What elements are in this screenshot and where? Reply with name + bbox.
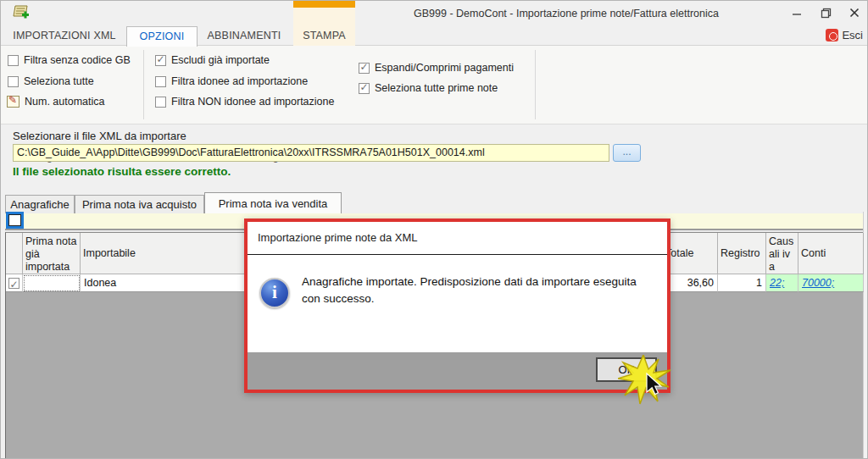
option-num-automatica[interactable]: Num. automatica (7, 95, 104, 108)
checkbox-icon (155, 97, 166, 108)
header-gia-importata: Prima nota già importata (23, 233, 81, 274)
window-title: GB999 - DemoCont - Importazione prime no… (391, 8, 742, 19)
dialog-title: Importazione prime note da XML (248, 222, 667, 254)
checkbox-icon (8, 278, 19, 289)
note-pencil-icon (7, 96, 19, 108)
header-causali-iva: Causali iva (766, 233, 798, 274)
header-totale: Totale (663, 233, 718, 274)
group-divider (535, 50, 536, 119)
checkbox-seleziona-tutte[interactable]: Seleziona tutte (8, 75, 94, 88)
import-result-dialog: Importazione prime note da XML Anagrafic… (244, 218, 670, 393)
checkbox-icon (359, 83, 370, 94)
window-controls (787, 4, 864, 21)
checkbox-filtra-non-idonee[interactable]: Filtra NON idonee ad importazione (155, 95, 334, 108)
cell-registro[interactable]: 1 (718, 274, 766, 292)
checkbox-icon (8, 55, 19, 66)
checkbox-icon (155, 76, 166, 87)
checkbox-seleziona-tutte-prime-note[interactable]: Seleziona tutte prime note (359, 81, 498, 95)
checkbox-filtra-senza-codice-gb[interactable]: Filtra senza codice GB (8, 53, 131, 67)
tab-prima-nota-iva-vendita[interactable]: Prima nota iva vendita (204, 192, 342, 213)
cell-totale[interactable]: 36,60 (663, 274, 718, 292)
tab-prima-nota-iva-acquisto[interactable]: Prima nota iva acquisto (75, 195, 204, 213)
file-select-label: Selezionare il file XML da importare (13, 130, 186, 142)
tab-stampa[interactable]: STAMPA (293, 26, 355, 46)
info-icon (259, 278, 290, 308)
dialog-footer: OK (248, 352, 667, 390)
tab-anagrafiche[interactable]: Anagrafiche (5, 195, 75, 213)
title-bar: GB999 - DemoCont - Importazione prime no… (1, 1, 868, 26)
stampa-tab-accent-bar (293, 1, 355, 8)
cell-causali-iva: 22; (766, 274, 798, 292)
checkbox-icon (8, 76, 19, 87)
ribbon-options-panel: Filtra senza codice GB Seleziona tutte N… (1, 46, 868, 124)
select-all-checkbox[interactable] (6, 212, 24, 229)
file-path-field[interactable]: C:\GB_Guide_A\App\Ditte\GB999\Doc\Fattur… (13, 144, 609, 162)
ok-button[interactable]: OK (596, 357, 657, 382)
browse-button[interactable]: ... (613, 144, 641, 162)
header-conti: Conti (798, 233, 864, 274)
checkbox-filtra-idonee[interactable]: Filtra idonee ad importazione (155, 75, 308, 88)
checkbox-escludi-gia-importate[interactable]: Escludi già importate (155, 53, 270, 67)
conti-link[interactable]: 70000; (802, 277, 834, 289)
power-icon (826, 29, 838, 41)
cell-conti: 70000; (798, 274, 864, 292)
checkbox-espandi-comprimi-pagamenti[interactable]: Espandi/Comprimi pagamenti (359, 61, 514, 75)
note-add-icon (12, 4, 32, 21)
group-divider (143, 50, 144, 119)
causali-iva-link[interactable]: 22; (770, 277, 784, 289)
dialog-body: Anagrafiche importate. Predisposizione d… (248, 255, 667, 352)
tab-abbinamenti[interactable]: ABBINAMENTI (203, 26, 286, 46)
header-registro: Registro (718, 233, 766, 274)
tab-opzioni[interactable]: OPZIONI (126, 26, 198, 47)
minimize-button[interactable] (787, 4, 806, 21)
row-select-checkbox[interactable] (6, 274, 23, 292)
app-window: GB999 - DemoCont - Importazione prime no… (0, 0, 868, 459)
exit-button[interactable]: Esci (826, 29, 863, 41)
file-status-message: Il file selezionato risulta essere corre… (13, 165, 231, 178)
close-button[interactable] (845, 4, 864, 21)
restore-button[interactable] (816, 4, 835, 21)
exit-label: Esci (842, 29, 863, 41)
checkbox-icon (155, 55, 166, 66)
dialog-message: Anagrafiche importate. Predisposizione d… (302, 274, 658, 308)
ribbon-tab-strip: IMPORTAZIONI XML OPZIONI ABBINAMENTI STA… (1, 26, 868, 46)
checkbox-icon (359, 63, 370, 74)
cell-gia-importata[interactable] (23, 274, 81, 292)
header-select-column (6, 233, 23, 274)
tab-importazioni-xml[interactable]: IMPORTAZIONI XML (8, 26, 121, 46)
